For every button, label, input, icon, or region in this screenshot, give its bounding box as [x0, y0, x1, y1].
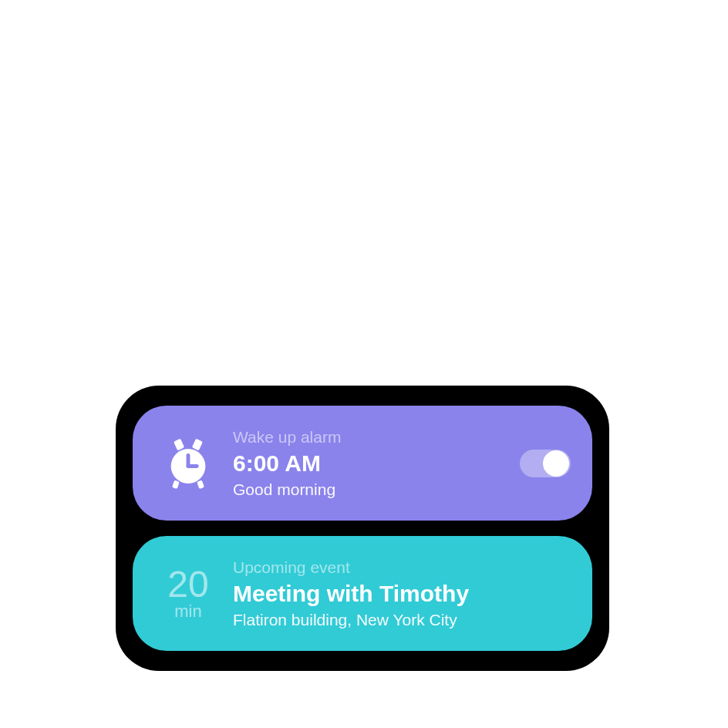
event-countdown-block: 20 min: [153, 566, 224, 622]
svg-rect-1: [174, 438, 184, 450]
alarm-icon-block: [153, 436, 224, 490]
event-label: Upcoming event: [233, 558, 469, 577]
countdown-value: 20: [167, 566, 208, 603]
countdown-unit: min: [174, 602, 201, 622]
svg-rect-2: [192, 438, 203, 450]
event-location: Flatiron building, New York City: [233, 611, 469, 629]
alarm-time: 6:00 AM: [233, 450, 341, 477]
event-card[interactable]: 20 min Upcoming event Meeting with Timot…: [133, 536, 592, 651]
event-title: Meeting with Timothy: [233, 580, 469, 608]
alarm-clock-icon: [161, 436, 215, 490]
alarm-label: Wake up alarm: [233, 428, 341, 447]
alarm-message: Good morning: [233, 480, 341, 499]
alarm-toggle[interactable]: [520, 450, 571, 477]
svg-rect-4: [197, 480, 204, 489]
event-text-block: Upcoming event Meeting with Timothy Flat…: [233, 558, 469, 629]
alarm-text-block: Wake up alarm 6:00 AM Good morning: [233, 428, 341, 499]
widget-frame: Wake up alarm 6:00 AM Good morning 20 mi…: [116, 386, 609, 671]
svg-rect-3: [172, 480, 180, 489]
toggle-knob: [543, 450, 569, 477]
alarm-card[interactable]: Wake up alarm 6:00 AM Good morning: [133, 406, 592, 521]
